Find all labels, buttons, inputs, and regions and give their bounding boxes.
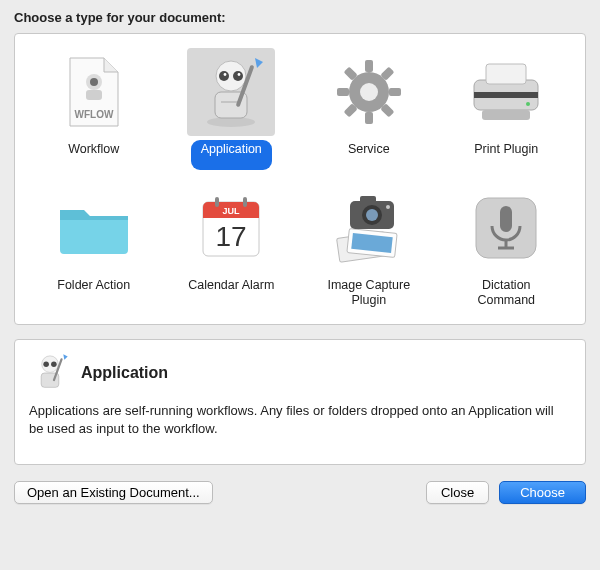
svg-rect-26 [474, 92, 538, 98]
type-label: Image CapturePlugin [317, 276, 420, 310]
printer-icon [462, 48, 550, 136]
svg-rect-16 [365, 112, 373, 124]
svg-rect-27 [482, 110, 530, 120]
svg-point-51 [43, 361, 49, 367]
svg-point-10 [224, 73, 227, 76]
detail-description: Applications are self-running workflows.… [29, 402, 571, 437]
svg-point-11 [238, 73, 241, 76]
automator-robot-icon [187, 48, 275, 136]
type-application[interactable]: Application [163, 48, 301, 170]
svg-text:JUL: JUL [223, 206, 241, 216]
type-label: Folder Action [47, 276, 140, 306]
svg-point-43 [386, 205, 390, 209]
type-image-capture-plugin[interactable]: Image CapturePlugin [300, 184, 438, 310]
type-label: Workflow [58, 140, 129, 170]
type-service[interactable]: Service [300, 48, 438, 170]
detail-panel: Application Applications are self-runnin… [14, 339, 586, 465]
svg-point-52 [51, 361, 57, 367]
svg-point-23 [360, 83, 378, 101]
folder-icon [50, 184, 138, 272]
detail-header: Application [29, 352, 571, 394]
svg-point-42 [366, 209, 378, 221]
type-label: Calendar Alarm [178, 276, 284, 306]
type-label: DictationCommand [467, 276, 545, 310]
svg-point-8 [219, 71, 229, 81]
type-print-plugin[interactable]: Print Plugin [438, 48, 576, 170]
microphone-icon [462, 184, 550, 272]
type-dictation-command[interactable]: DictationCommand [438, 184, 576, 310]
gear-icon [325, 48, 413, 136]
type-grid: WFLOW Workflow [15, 34, 585, 324]
close-button[interactable]: Close [426, 481, 489, 504]
type-calendar-alarm[interactable]: JUL 17 Calendar Alarm [163, 184, 301, 310]
svg-marker-13 [255, 58, 263, 68]
svg-point-1 [90, 78, 98, 86]
svg-rect-40 [360, 196, 376, 204]
svg-point-9 [233, 71, 243, 81]
open-existing-document-button[interactable]: Open an Existing Document... [14, 481, 213, 504]
automator-robot-icon [29, 352, 71, 394]
svg-text:17: 17 [216, 221, 247, 252]
camera-photos-icon [325, 184, 413, 272]
type-folder-action[interactable]: Folder Action [25, 184, 163, 310]
svg-rect-35 [243, 197, 247, 207]
detail-title: Application [81, 364, 168, 382]
svg-rect-46 [500, 206, 512, 232]
svg-rect-18 [389, 88, 401, 96]
calendar-icon: JUL 17 [187, 184, 275, 272]
svg-rect-34 [215, 197, 219, 207]
type-label: Application [191, 140, 272, 170]
svg-text:WFLOW: WFLOW [74, 109, 113, 120]
type-label: Service [338, 140, 400, 170]
svg-rect-2 [86, 90, 102, 100]
svg-rect-25 [486, 64, 526, 84]
svg-rect-17 [337, 88, 349, 96]
button-row: Open an Existing Document... Close Choos… [14, 481, 586, 504]
svg-rect-15 [365, 60, 373, 72]
svg-marker-54 [63, 354, 67, 360]
svg-point-28 [526, 102, 530, 106]
type-workflow[interactable]: WFLOW Workflow [25, 48, 163, 170]
dialog-heading: Choose a type for your document: [14, 10, 586, 25]
choose-button[interactable]: Choose [499, 481, 586, 504]
type-chooser-panel: WFLOW Workflow [14, 33, 586, 325]
workflow-document-icon: WFLOW [50, 48, 138, 136]
type-label: Print Plugin [464, 140, 548, 170]
